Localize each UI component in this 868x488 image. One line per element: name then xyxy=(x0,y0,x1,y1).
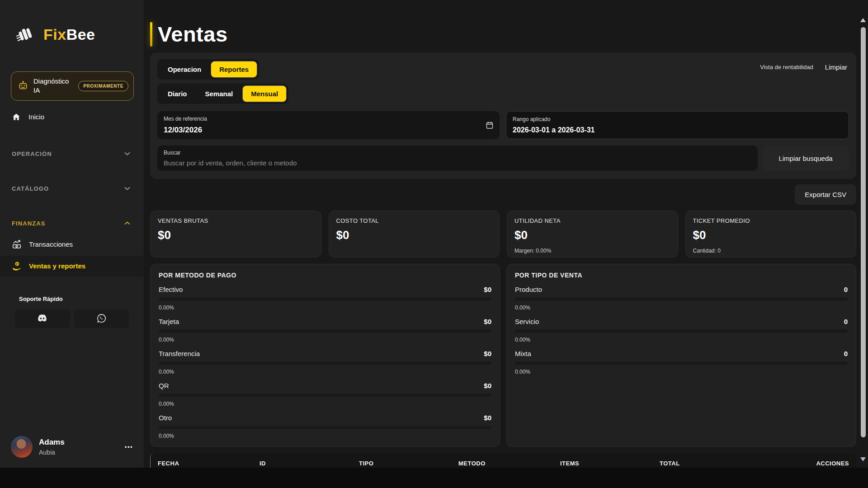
metric-row-transferencia: Transferencia$0 0.00% xyxy=(159,350,491,375)
clear-search-button[interactable]: Limpiar busqueda xyxy=(762,145,849,171)
column-header-metodo: METODO xyxy=(458,460,560,467)
tab-semanal[interactable]: Semanal xyxy=(197,86,241,102)
panel-title: POR TIPO DE VENTA xyxy=(515,272,848,279)
scroll-down-arrow-icon[interactable] xyxy=(860,457,866,461)
sidebar: FixBee Diagnóstico IA PROXIMAMENTE xyxy=(0,0,144,468)
month-reference-input[interactable]: Mes de referencia 12/03/2026 xyxy=(157,111,500,139)
progress-bar xyxy=(159,297,491,301)
metric-value: 0 xyxy=(844,286,848,293)
chevron-down-icon xyxy=(124,152,130,155)
metric-value: $0 xyxy=(484,414,491,422)
progress-bar xyxy=(159,361,491,365)
payment-methods-panel: POR METODO DE PAGO Efectivo$0 0.00% Tarj… xyxy=(150,264,500,447)
tab-mensual[interactable]: Mensual xyxy=(243,86,286,102)
sidebar-item-inicio[interactable]: Inicio xyxy=(0,107,144,127)
sale-types-panel: POR TIPO DE VENTA Producto0 0.00% Servic… xyxy=(506,264,856,447)
whatsapp-button[interactable] xyxy=(74,309,129,328)
tab-reportes[interactable]: Reportes xyxy=(211,61,257,77)
brand-bee: Bee xyxy=(66,26,95,43)
metric-label: QR xyxy=(159,382,169,389)
chevron-down-icon xyxy=(124,187,130,190)
clear-filters-link[interactable]: Limpiar xyxy=(825,63,847,71)
progress-bar xyxy=(515,361,848,365)
metric-percent: 0.00% xyxy=(159,305,491,311)
sidebar-section-finanzas[interactable]: FINANZAS xyxy=(0,216,144,231)
metric-percent: 0.00% xyxy=(515,305,848,311)
hand-dollar-icon: $ xyxy=(12,261,22,271)
metric-row-qr: QR$0 0.00% xyxy=(159,382,491,407)
stat-label: VENTAS BRUTAS xyxy=(158,217,314,224)
stat-label: COSTO TOTAL xyxy=(336,217,492,224)
metric-value: $0 xyxy=(484,286,491,293)
scrollbar-thumb[interactable] xyxy=(861,27,866,437)
discord-icon xyxy=(37,314,48,323)
sidebar-section-operacion[interactable]: OPERACIÓN xyxy=(0,146,144,162)
profile-menu-button[interactable]: ••• xyxy=(125,444,133,450)
panel-title: POR METODO DE PAGO xyxy=(159,272,491,279)
metric-row-servicio: Servicio0 0.00% xyxy=(515,318,848,343)
whatsapp-icon xyxy=(96,313,107,324)
progress-bar xyxy=(515,329,848,333)
stat-label: UTILIDAD NETA xyxy=(514,217,670,224)
section-label: FINANZAS xyxy=(12,220,46,227)
metric-value: $0 xyxy=(484,382,491,389)
avatar xyxy=(11,436,33,458)
stat-value: $0 xyxy=(693,228,849,242)
stat-card-costo-total: COSTO TOTAL $0 xyxy=(329,211,500,258)
discord-button[interactable] xyxy=(15,309,70,328)
sidebar-item-ventas-reportes[interactable]: $ Ventas y reportes xyxy=(0,256,144,277)
section-label: OPERACIÓN xyxy=(12,150,52,157)
sidebar-item-transacciones[interactable]: Transacciones xyxy=(0,234,144,255)
svg-text:$: $ xyxy=(16,262,19,266)
metric-label: Otro xyxy=(159,414,172,422)
stat-subtext: Cantidad: 0 xyxy=(693,248,849,254)
metric-row-tarjeta: Tarjeta$0 0.00% xyxy=(159,318,491,343)
app-window: FixBee Diagnóstico IA PROXIMAMENTE xyxy=(0,0,868,468)
main-content: Ventas Operacion Reportes Diario Semanal… xyxy=(144,0,868,468)
vertical-scrollbar xyxy=(860,16,867,468)
proximamente-badge: PROXIMAMENTE xyxy=(78,81,128,91)
metric-value: $0 xyxy=(484,350,491,357)
table-header: FECHA ID TIPO METODO ITEMS TOTAL ACCIONE… xyxy=(151,453,856,468)
metric-row-producto: Producto0 0.00% xyxy=(515,286,848,311)
sidebar-item-diagnostico-ia[interactable]: Diagnóstico IA PROXIMAMENTE xyxy=(11,71,134,101)
section-label: CATÁLOGO xyxy=(12,185,49,192)
metric-label: Transferencia xyxy=(159,350,200,357)
search-label: Buscar xyxy=(164,150,751,156)
transactions-icon xyxy=(12,239,22,249)
metric-percent: 0.00% xyxy=(159,337,491,343)
export-csv-button[interactable]: Exportar CSV xyxy=(795,184,856,205)
stat-card-utilidad-neta: UTILIDAD NETA $0 Margen: 0.00% xyxy=(507,211,678,258)
column-header-fecha: FECHA xyxy=(158,460,259,467)
filters-card: Operacion Reportes Diario Semanal Mensua… xyxy=(150,52,856,179)
brand-logo: FixBee xyxy=(0,0,144,43)
progress-bar xyxy=(159,426,491,429)
metric-percent: 0.00% xyxy=(159,433,491,439)
robot-icon xyxy=(17,80,29,92)
stat-card-ventas-brutas: VENTAS BRUTAS $0 xyxy=(150,211,321,258)
column-header-items: ITEMS xyxy=(560,460,660,467)
metric-label: Servicio xyxy=(515,318,539,325)
month-reference-value: 12/03/2026 xyxy=(164,126,493,135)
sales-table: FECHA ID TIPO METODO ITEMS TOTAL ACCIONE… xyxy=(150,453,856,468)
tab-diario[interactable]: Diario xyxy=(160,86,195,102)
stat-value: $0 xyxy=(514,228,670,242)
metric-value: $0 xyxy=(484,318,491,325)
soporte-rapido-label: Soporte Rápido xyxy=(0,296,144,302)
metric-label: Efectivo xyxy=(159,286,183,293)
calendar-icon[interactable] xyxy=(486,122,493,129)
metric-row-mixta: Mixta0 0.00% xyxy=(515,350,848,375)
column-header-acciones: ACCIONES xyxy=(816,460,849,467)
metric-percent: 0.00% xyxy=(515,369,848,375)
column-header-id: ID xyxy=(259,460,359,467)
stat-value: $0 xyxy=(158,228,314,242)
home-icon xyxy=(12,113,21,122)
sidebar-section-catalogo[interactable]: CATÁLOGO xyxy=(0,181,144,197)
profit-view-link[interactable]: Vista de rentabilidad xyxy=(760,64,813,70)
sidebar-item-label: Inicio xyxy=(28,113,44,121)
page-title: Ventas xyxy=(158,22,228,47)
tab-operacion[interactable]: Operacion xyxy=(160,61,209,77)
search-input[interactable] xyxy=(164,159,751,167)
diagnostico-label: Diagnóstico IA xyxy=(33,77,69,95)
scroll-up-arrow-icon[interactable] xyxy=(860,18,866,22)
